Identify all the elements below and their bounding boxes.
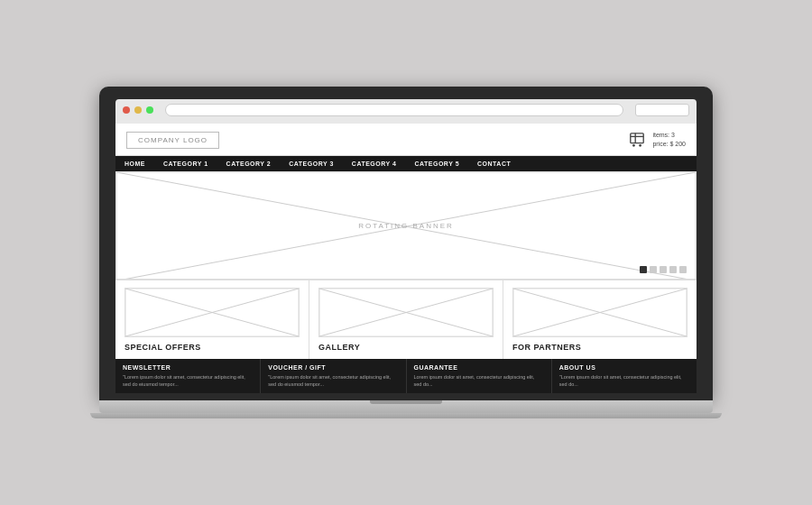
partners-image xyxy=(512,288,687,337)
nav-contact[interactable]: CONTACT xyxy=(468,156,520,171)
minimize-button[interactable] xyxy=(134,106,142,114)
footer-guarantee: GUARANTEE Lorem ipsum dolor sit amet, co… xyxy=(407,359,552,394)
site-header: COMPANY LOGO items: 3 xyxy=(115,124,697,156)
nav-category3[interactable]: CATEGORY 3 xyxy=(280,156,343,171)
nav-category5[interactable]: CATEGORY 5 xyxy=(405,156,468,171)
footer-voucher-title: VOUCHER / GIFT xyxy=(268,364,398,371)
cart-icon xyxy=(627,132,647,148)
laptop-hinge xyxy=(370,400,442,404)
three-columns: SPECIAL OFFERS GALLERY xyxy=(115,280,697,359)
svg-point-4 xyxy=(640,144,642,147)
dot-2[interactable] xyxy=(650,266,657,273)
footer-newsletter-title: NEWSLETTER xyxy=(123,364,253,371)
footer-about: ABOUT US "Lorem ipsum dolor sit amet, co… xyxy=(552,359,697,394)
gallery-section: GALLERY xyxy=(309,280,503,359)
rotating-banner: ROTATING BANNER xyxy=(115,171,697,280)
footer-about-text: "Lorem ipsum dolor sit amet, consectetur… xyxy=(559,373,689,389)
footer-guarantee-text: Lorem ipsum dolor sit amet, consectetur … xyxy=(414,373,544,389)
footer-about-title: ABOUT US xyxy=(559,364,689,371)
browser-chrome xyxy=(115,99,697,124)
special-offers-section: SPECIAL OFFERS xyxy=(115,280,309,359)
partners-section: FOR PARTNERS xyxy=(503,280,697,359)
gallery-title: GALLERY xyxy=(318,343,494,352)
banner-label: ROTATING BANNER xyxy=(358,221,454,229)
partners-title: FOR PARTNERS xyxy=(512,343,687,352)
search-box[interactable] xyxy=(635,104,689,116)
cart-info: items: 3 price: $ 200 xyxy=(652,131,686,150)
company-logo: COMPANY LOGO xyxy=(126,132,219,149)
gallery-image xyxy=(318,288,494,337)
close-button[interactable] xyxy=(123,106,130,114)
browser-top-bar xyxy=(123,104,689,116)
laptop-container: COMPANY LOGO items: 3 xyxy=(99,87,713,419)
footer-voucher: VOUCHER / GIFT "Lorem ipsum dolor sit am… xyxy=(261,359,406,394)
nav-category1[interactable]: CATEGORY 1 xyxy=(154,156,217,171)
laptop-base xyxy=(99,400,713,413)
laptop-foot xyxy=(90,413,722,418)
cart-items: items: 3 xyxy=(652,131,686,141)
dot-3[interactable] xyxy=(660,266,667,273)
svg-point-3 xyxy=(632,144,635,147)
address-bar[interactable] xyxy=(165,104,623,116)
main-nav: HOME CATEGORY 1 CATEGORY 2 CATEGORY 3 CA… xyxy=(115,156,697,171)
site-footer: NEWSLETTER "Lorem ipsum dolor sit amet, … xyxy=(115,359,697,394)
dot-5[interactable] xyxy=(679,266,687,273)
cart-area: items: 3 price: $ 200 xyxy=(627,131,686,150)
banner-pagination xyxy=(640,266,687,273)
special-offers-image xyxy=(125,288,300,337)
special-offers-title: SPECIAL OFFERS xyxy=(125,343,300,352)
cart-price: price: $ 200 xyxy=(652,140,686,150)
footer-voucher-text: "Lorem ipsum dolor sit amet, consectetur… xyxy=(268,373,398,389)
nav-category4[interactable]: CATEGORY 4 xyxy=(343,156,406,171)
footer-newsletter-text: "Lorem ipsum dolor sit amet, consectetur… xyxy=(123,373,253,389)
nav-category2[interactable]: CATEGORY 2 xyxy=(217,156,281,171)
screen-bezel: COMPANY LOGO items: 3 xyxy=(99,87,713,401)
svg-rect-0 xyxy=(631,133,643,143)
nav-home[interactable]: HOME xyxy=(115,156,154,171)
dot-4[interactable] xyxy=(669,266,677,273)
dot-1[interactable] xyxy=(640,266,647,273)
footer-guarantee-title: GUARANTEE xyxy=(414,364,544,371)
website-content: COMPANY LOGO items: 3 xyxy=(115,124,697,394)
maximize-button[interactable] xyxy=(146,106,153,114)
footer-newsletter: NEWSLETTER "Lorem ipsum dolor sit amet, … xyxy=(115,359,261,394)
